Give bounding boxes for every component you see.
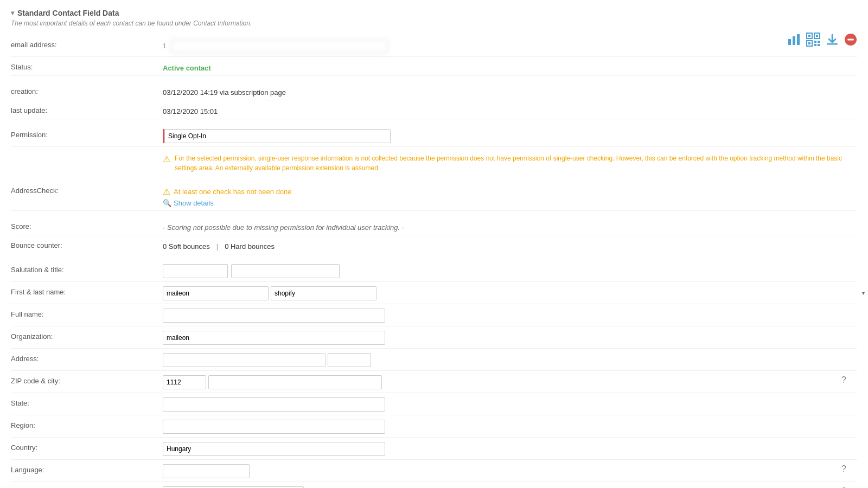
email-value-col: 1: [163, 38, 857, 53]
remove-icon[interactable]: [844, 33, 857, 49]
address-check-value-col: ⚠ At least one check has not been done 🔍…: [163, 184, 857, 207]
bar-chart-icon[interactable]: [788, 34, 801, 49]
country-row: Country:: [11, 438, 857, 460]
permission-value-col: Single Opt-In Double Opt-In No Permissio…: [163, 128, 857, 143]
org-col: [163, 330, 857, 345]
section-title: ▾ Standard Contact Field Data: [11, 9, 857, 17]
last-name-input[interactable]: [271, 286, 376, 300]
language-col: [163, 463, 857, 478]
full-name-col: [163, 307, 857, 323]
bounce-row: Bounce counter: 0 Soft bounces | 0 Hard …: [11, 235, 857, 254]
svg-rect-12: [818, 44, 820, 46]
svg-rect-9: [814, 41, 816, 43]
address-check-warning-line: ⚠ At least one check has not been done: [163, 186, 292, 197]
country-input[interactable]: [163, 442, 385, 456]
permission-warning-col: ⚠ For the selected permission, single-us…: [163, 150, 857, 177]
status-value-col: Active contact: [163, 60, 857, 72]
email-input[interactable]: [171, 39, 388, 53]
creation-value: 03/12/2020 14:19 via subscription page: [163, 86, 286, 97]
state-col: [163, 396, 857, 412]
email-number: 1: [163, 39, 167, 50]
last-update-row: last update: 03/12/2020 15:01: [11, 100, 857, 119]
state-input[interactable]: [163, 397, 385, 412]
permission-warning-row: ⚠ For the selected permission, single-us…: [11, 147, 857, 181]
country-label: Country:: [11, 441, 163, 452]
language-label: Language:: [11, 463, 163, 474]
svg-rect-13: [827, 43, 838, 45]
status-value: Active contact: [163, 61, 211, 72]
qr-code-icon[interactable]: [806, 33, 820, 50]
city-input[interactable]: [208, 375, 382, 389]
address-check-label: AddressCheck:: [11, 184, 163, 195]
first-last-name-label: First & last name:: [11, 285, 163, 296]
bounce-sep: |: [216, 240, 218, 251]
zip-help-icon[interactable]: ?: [841, 375, 846, 385]
zip-city-label: ZIP code & city:: [11, 374, 163, 385]
address-check-text: At least one check has not been done: [174, 188, 292, 196]
address-check-content: ⚠ At least one check has not been done 🔍…: [163, 185, 292, 207]
full-name-input[interactable]: [163, 309, 385, 323]
first-name-input[interactable]: [163, 286, 269, 300]
permission-select[interactable]: Single Opt-In Double Opt-In No Permissio…: [164, 129, 391, 143]
gender-label: Gender:: [11, 485, 163, 488]
status-row: Status: Active contact: [11, 57, 857, 76]
language-input[interactable]: [163, 464, 250, 478]
zip-input[interactable]: [163, 375, 206, 389]
svg-rect-8: [808, 42, 810, 44]
address-label: Address:: [11, 352, 163, 363]
score-value-col: - Scoring not possible due to missing pe…: [163, 220, 857, 232]
address-check-row: AddressCheck: ⚠ At least one check has n…: [11, 181, 857, 211]
address-street-input[interactable]: [163, 353, 326, 367]
gender-col: unknown male female ▾: [163, 485, 857, 488]
svg-rect-1: [793, 36, 795, 45]
address-number-input[interactable]: [328, 353, 371, 367]
address-warning-icon: ⚠: [163, 187, 170, 197]
score-label: Score:: [11, 220, 163, 230]
download-icon[interactable]: [826, 34, 839, 49]
svg-rect-0: [788, 39, 791, 45]
last-update-value: 03/12/2020 15:01: [163, 105, 218, 115]
svg-rect-2: [797, 34, 800, 45]
svg-rect-11: [814, 44, 816, 46]
search-icon: 🔍: [163, 199, 171, 207]
title-input[interactable]: [231, 264, 340, 278]
salutation-label: Salutation & title:: [11, 263, 163, 274]
score-value: - Scoring not possible due to missing pe…: [163, 221, 404, 232]
salutation-value-col: [163, 263, 857, 278]
svg-rect-15: [847, 39, 854, 41]
region-col: [163, 419, 857, 434]
toolbar-icons: [788, 33, 857, 50]
org-input[interactable]: [163, 331, 385, 345]
svg-rect-10: [818, 41, 820, 43]
page-container: ▾ Standard Contact Field Data The most i…: [0, 0, 868, 488]
svg-rect-6: [816, 35, 818, 37]
org-row: Organization:: [11, 326, 857, 349]
last-update-value-col: 03/12/2020 15:01: [163, 104, 857, 115]
address-row: Address:: [11, 349, 857, 371]
creation-row: creation: 03/12/2020 14:19 via subscript…: [11, 81, 857, 100]
section-title-text: Standard Contact Field Data: [17, 9, 119, 17]
org-label: Organization:: [11, 330, 163, 341]
email-row: email address: 1: [11, 35, 857, 57]
full-name-row: Full name:: [11, 304, 857, 326]
salutation-input[interactable]: [163, 264, 228, 278]
permission-label: Permission:: [11, 128, 163, 139]
gender-row: Gender: unknown male female ▾ ?: [11, 482, 857, 488]
first-last-name-row: First & last name:: [11, 282, 857, 304]
region-label: Region:: [11, 419, 163, 429]
country-col: [163, 441, 857, 456]
bounce-hard: 0 Hard bounces: [225, 240, 275, 251]
first-last-name-col: [163, 285, 857, 300]
region-input[interactable]: [163, 420, 385, 434]
subtitle: The most important details of each conta…: [11, 20, 857, 27]
state-row: State:: [11, 393, 857, 415]
status-label: Status:: [11, 60, 163, 71]
language-help-icon[interactable]: ?: [841, 464, 846, 474]
last-update-label: last update:: [11, 104, 163, 114]
zip-city-col: [163, 374, 857, 389]
permission-select-arrow: ▾: [862, 290, 865, 296]
show-details-link[interactable]: 🔍 Show details: [163, 199, 292, 207]
address-col: [163, 352, 857, 367]
bounce-soft: 0 Soft bounces: [163, 240, 210, 251]
zip-city-row: ZIP code & city: ?: [11, 371, 857, 393]
